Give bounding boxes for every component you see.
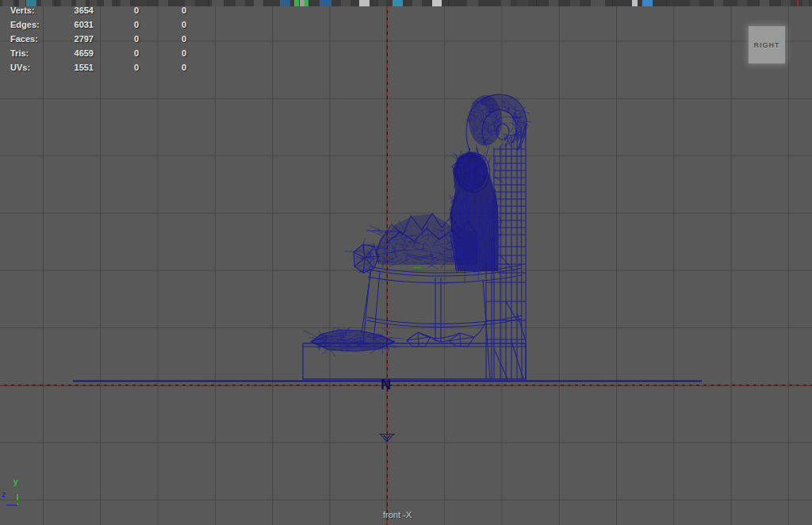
toolbar-icon-fragment[interactable] <box>432 0 442 6</box>
toolbar-icon-fragment[interactable] <box>359 0 370 6</box>
toolbar-icon-fragment[interactable] <box>570 0 580 6</box>
toolbar-icon-fragment[interactable] <box>280 0 290 6</box>
toolbar-icon-fragment[interactable] <box>549 0 558 6</box>
toolbar-icon-fragment[interactable] <box>802 0 809 6</box>
toolbar-icon-fragment[interactable] <box>591 0 605 6</box>
gizmo-y-label: y <box>13 477 18 486</box>
hud-total: 3654 <box>32 3 94 17</box>
toolbar-icon-fragment[interactable] <box>642 0 653 6</box>
toolbar-icon-fragment[interactable] <box>294 0 299 6</box>
hud-label: Tris: <box>10 46 29 60</box>
orientation-label: front -X <box>362 510 433 519</box>
hud-col2: 0 <box>119 46 154 60</box>
hud-total: 4659 <box>32 46 94 60</box>
toolbar-icon-fragment[interactable] <box>501 0 511 6</box>
viewport-panel[interactable]: N Verts: 3654 0 0 Edges: 6031 0 0 Faces:… <box>0 0 812 525</box>
gizmo-x-label: x <box>16 498 19 505</box>
toolbar-icon-fragment[interactable] <box>236 0 245 6</box>
hud-row-edges: Edges: 6031 0 0 <box>0 17 230 32</box>
toolbar-icon-fragment[interactable] <box>467 0 478 6</box>
gizmo-z-label: z <box>2 490 6 499</box>
axis-gizmo: y z x <box>0 469 48 525</box>
hud-total: 1551 <box>32 60 94 75</box>
toolbar-icon-fragment[interactable] <box>378 0 386 6</box>
hud-col2: 0 <box>119 17 154 32</box>
hud-col3: 0 <box>167 46 201 60</box>
toolbar-icon-fragment[interactable] <box>690 0 699 6</box>
hud-col2: 0 <box>119 60 154 75</box>
toolbar-icon-fragment[interactable] <box>304 0 308 6</box>
toolbar-icon-fragment[interactable] <box>448 0 449 6</box>
hud-row-verts: Verts: 3654 0 0 <box>0 3 230 17</box>
hud-col2: 0 <box>119 3 154 17</box>
hud-row-tris: Tris: 4659 0 0 <box>0 46 230 60</box>
toolbar-icon-fragment[interactable] <box>797 0 799 6</box>
hud-total: 6031 <box>32 17 94 32</box>
hud-row-uvs: UVs: 1551 0 0 <box>0 60 230 75</box>
hud-col3: 0 <box>167 32 201 46</box>
toolbar-icon-fragment[interactable] <box>632 0 638 6</box>
toolbar-icon-fragment[interactable] <box>254 0 263 6</box>
wireframe-model[interactable]: N <box>0 0 812 525</box>
view-axis-label-box: RIGHT <box>749 26 785 63</box>
toolbar-icon-fragment[interactable] <box>393 0 403 6</box>
hud-col3: 0 <box>167 17 201 32</box>
toolbar-icon-fragment[interactable] <box>760 0 769 6</box>
toolbar-icon-fragment[interactable] <box>737 0 747 6</box>
hud-label: Verts: <box>10 3 35 17</box>
toolbar-icon-fragment[interactable] <box>536 0 537 6</box>
view-axis-label: RIGHT <box>754 41 780 49</box>
toolbar-icon-fragment[interactable] <box>320 0 331 6</box>
hud-col3: 0 <box>167 3 201 17</box>
hud-row-faces: Faces: 2797 0 0 <box>0 32 230 46</box>
origin-triangle-marker <box>379 435 395 443</box>
hud-total: 2797 <box>32 32 94 46</box>
toolbar-icon-fragment[interactable] <box>412 0 422 6</box>
hud-col2: 0 <box>119 32 154 46</box>
toolbar-icon-fragment[interactable] <box>485 0 495 6</box>
toolbar-icon-fragment[interactable] <box>517 0 528 6</box>
hud-label: UVs: <box>10 60 30 75</box>
origin-n-marker: N <box>381 377 391 393</box>
toolbar-icon-fragment[interactable] <box>612 0 613 6</box>
toolbar-icon-fragment[interactable] <box>666 0 667 6</box>
toolbar-icon-fragment[interactable] <box>714 0 723 6</box>
toolbar-icon-fragment[interactable] <box>341 0 350 6</box>
toolbar-icon-fragment[interactable] <box>781 0 791 6</box>
hud-col3: 0 <box>167 60 201 75</box>
